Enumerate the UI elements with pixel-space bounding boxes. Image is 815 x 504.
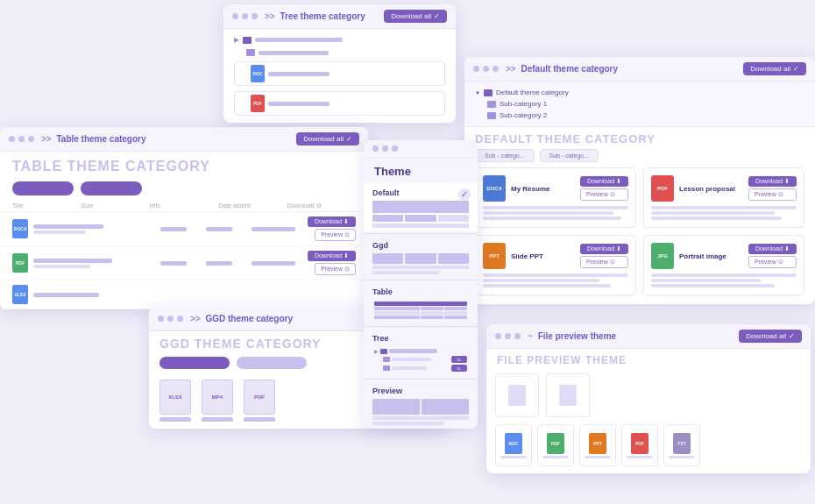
table-row: XLSX xyxy=(0,280,368,309)
file-card-body-resume xyxy=(483,206,628,220)
default-download-all-button[interactable]: Download all xyxy=(743,62,806,75)
ggd-chip-1[interactable] xyxy=(159,357,230,369)
table-section-heading: TABLE THEME CATEGORY xyxy=(0,152,368,178)
file-preview-button-lesson[interactable]: Preview ⊙ xyxy=(748,188,797,201)
dot2 xyxy=(505,333,511,339)
row-preview-button-1[interactable]: Preview ⊙ xyxy=(315,229,356,241)
default-section-heading: DEFAULT THEME CATEGORY xyxy=(464,127,815,149)
bar2 xyxy=(259,51,329,55)
file-download-button-ppt[interactable]: Download ⬇ xyxy=(580,244,628,254)
theme-item-ggd[interactable]: Ggd xyxy=(364,236,478,278)
preview-thumb-3: PPT xyxy=(579,424,616,466)
file-card-body-lesson xyxy=(651,206,797,220)
row-content-3 xyxy=(33,293,356,297)
file-card-resume: DOCX My Resume Download ⬇ Preview ⊙ xyxy=(475,167,636,228)
ggd-file-icon-3: PDF xyxy=(244,380,275,415)
ggd-file-label-3 xyxy=(244,417,275,422)
theme-item-tree[interactable]: Tree ▶ DL DL xyxy=(364,329,478,377)
window-dots xyxy=(232,13,258,19)
tree-row-2 xyxy=(234,49,445,56)
file-icon-4: PDF xyxy=(251,95,265,112)
theme-table-label: Table xyxy=(372,287,469,296)
file-download-button-lesson[interactable]: Download ⬇ xyxy=(748,176,797,187)
default-tree-nav: ▼ Default theme category Sub-category 1 … xyxy=(464,82,815,127)
theme-item-table[interactable]: Table xyxy=(364,282,478,324)
table-download-all-button[interactable]: Download all xyxy=(296,132,359,146)
dot1 xyxy=(232,13,238,19)
th-date: Date added xyxy=(218,202,287,209)
window-dots-ggd xyxy=(158,316,183,322)
file-card-lesson: PDF Lesson proposal Download ⬇ Preview ⊙ xyxy=(643,167,804,228)
file-card-body-ppt xyxy=(483,273,628,287)
window-dots-theme xyxy=(372,146,398,152)
tree-nav-sub2: Sub-category 2 xyxy=(475,110,804,121)
theme-ggd-preview xyxy=(372,253,469,274)
subcategory-tab-1[interactable]: Sub - catego... xyxy=(475,149,535,162)
theme-item-preview[interactable]: Preview xyxy=(364,381,478,429)
row-download-button-1[interactable]: Download ⬇ xyxy=(308,217,356,227)
file-card-ppt: PPT Slide PPT Download ⬇ Preview ⊙ xyxy=(475,235,636,295)
tree-theme-window: >> Tree theme category Download all ▶ DO… xyxy=(223,4,456,123)
subcategory-tab-2[interactable]: Sub - catego... xyxy=(540,149,599,162)
ggd-file-icon-2: MP4 xyxy=(202,380,233,415)
tree-download-all-button[interactable]: Download all xyxy=(384,10,447,23)
theme-divider-4 xyxy=(364,379,478,380)
file-download-button-portrait[interactable]: Download ⬇ xyxy=(748,244,797,254)
table-row: PDF Download ⬇ Preview ⊙ xyxy=(0,246,368,280)
file-preview-grid: DOC PDF PPT PDF TXT xyxy=(486,421,811,473)
theme-default-label: Default xyxy=(372,188,469,197)
preview-thumb-2: PDF xyxy=(537,424,574,466)
subcategory-tabs: Sub - catego... Sub - catego... xyxy=(464,149,815,167)
bar4 xyxy=(268,102,330,106)
theme-divider-1 xyxy=(364,233,478,234)
theme-table-preview xyxy=(372,300,469,321)
row-buttons-1: Download ⬇ Preview ⊙ xyxy=(308,217,356,241)
dot3 xyxy=(177,316,183,322)
file-preview-titlebar: ~ File preview theme Download all xyxy=(486,324,811,349)
row-date-1 xyxy=(252,227,295,231)
file-download-button-resume[interactable]: Download ⬇ xyxy=(580,176,628,187)
row-bar-1 xyxy=(33,224,103,229)
row-download-button-2[interactable]: Download ⬇ xyxy=(308,251,356,261)
preview-thumb-placeholder-2 xyxy=(546,373,590,417)
file-type-icon-docx: DOCX xyxy=(483,175,506,202)
theme-panel-title: Theme xyxy=(364,158,478,183)
file-preview-button-ppt[interactable]: Preview ⊙ xyxy=(580,256,628,268)
ggd-file-icon-1: XLSX xyxy=(159,380,191,415)
theme-item-default[interactable]: Default xyxy=(364,183,478,231)
ggd-chip-2[interactable] xyxy=(237,357,307,369)
file-preview-button-resume[interactable]: Preview ⊙ xyxy=(580,188,628,201)
file-preview-button-portrait[interactable]: Preview ⊙ xyxy=(748,256,797,268)
row-preview-button-2[interactable]: Preview ⊙ xyxy=(315,263,356,275)
tree-nav-sub1: Sub-category 1 xyxy=(475,98,804,110)
file-card-actions-portrait: Download ⬇ Preview ⊙ xyxy=(748,244,797,268)
file-icon-pdf: PDF xyxy=(12,253,28,273)
row-bar-2 xyxy=(33,259,112,263)
filter-chip-2[interactable] xyxy=(81,181,142,195)
table-window-titlebar: >> Table theme category Download all xyxy=(0,127,368,152)
file-card-header-lesson: PDF Lesson proposal Download ⬇ Preview ⊙ xyxy=(651,175,797,202)
ggd-file-2: MP4 xyxy=(202,380,233,422)
folder-icon-2 xyxy=(246,49,255,56)
row-bar-2b xyxy=(33,265,90,268)
file-icon-docx: DOCX xyxy=(12,219,28,238)
default-window-titlebar: >> Default theme category Download all xyxy=(464,57,815,82)
table-window-title: >> Table theme category xyxy=(41,134,146,144)
table-theme-window: >> Table theme category Download all TAB… xyxy=(0,127,368,309)
preview-thumb-placeholder-1 xyxy=(495,373,539,417)
bar3 xyxy=(268,72,330,76)
file-preview-download-all-button[interactable]: Download all xyxy=(739,330,802,343)
preview-icon-1: DOC xyxy=(505,433,522,454)
tree-nav-root: ▼ Default theme category xyxy=(475,87,804,98)
file-card-header-ppt: PPT Slide PPT Download ⬇ Preview ⊙ xyxy=(483,243,628,269)
theme-tree-preview: ▶ DL DL xyxy=(372,346,469,373)
row-size-2 xyxy=(160,261,187,266)
folder-icon-sub1 xyxy=(487,101,496,108)
file-type-icon-pdf: PDF xyxy=(651,175,674,202)
filter-chip-1[interactable] xyxy=(12,181,74,195)
dot2 xyxy=(483,66,489,72)
preview-icon-2: PDF xyxy=(547,433,564,454)
row-bar-1b xyxy=(33,231,86,234)
theme-selector-titlebar xyxy=(364,140,478,158)
file-card-portrait: JPG Portrait image Download ⬇ Preview ⊙ xyxy=(643,235,804,295)
